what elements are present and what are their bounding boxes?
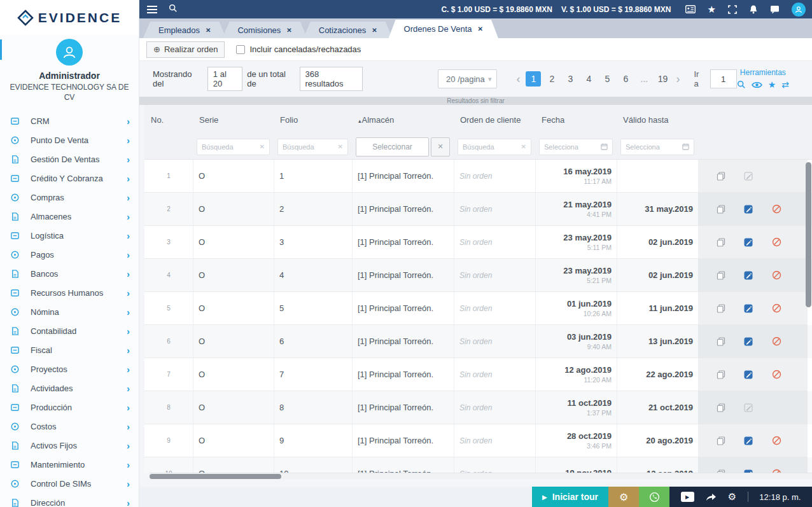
copy-order-icon[interactable]: [716, 171, 726, 181]
copy-order-icon[interactable]: [716, 403, 726, 413]
almacen-filter-clear-button[interactable]: ✕: [431, 137, 450, 156]
search-icon[interactable]: [169, 4, 178, 15]
menu-icon[interactable]: [147, 4, 157, 15]
table-row[interactable]: 5 O 5 [1] Principal Torreón. Sin orden 0…: [144, 292, 812, 325]
cancel-order-icon[interactable]: [771, 270, 782, 281]
copy-order-icon[interactable]: [716, 370, 726, 380]
favorites-star-tool-icon[interactable]: ★: [768, 80, 776, 90]
tab-close-icon[interactable]: ✕: [372, 27, 377, 34]
orden-cliente-filter-input[interactable]: Búsqueda ✕: [458, 139, 531, 155]
clear-icon[interactable]: ✕: [338, 143, 343, 150]
contacts-card-icon[interactable]: [685, 5, 696, 13]
include-cancelled-checkbox[interactable]: Incluir canceladas/rechazadas: [236, 45, 361, 54]
edit-order-icon[interactable]: [743, 270, 753, 281]
sidebar-item-actividades[interactable]: Actividades ›: [0, 379, 139, 398]
swap-columns-icon[interactable]: ⇄: [781, 80, 789, 90]
checkbox-box[interactable]: [236, 45, 245, 54]
edit-order-icon[interactable]: [743, 303, 753, 314]
bell-icon[interactable]: [749, 4, 758, 14]
page-button-6[interactable]: 6: [618, 71, 633, 87]
clear-icon[interactable]: ✕: [260, 143, 265, 150]
sidebar-item-crédito-y-cobranza[interactable]: Crédito Y Cobranza ›: [0, 169, 139, 188]
tab-close-icon[interactable]: ✕: [206, 27, 211, 34]
horizontal-scrollbar-thumb[interactable]: [150, 474, 281, 479]
tab-cotizaciones[interactable]: Cotizaciones ✕: [304, 22, 393, 38]
page-button-4[interactable]: 4: [581, 71, 596, 87]
sidebar-item-almacenes[interactable]: Almacenes ›: [0, 207, 139, 226]
edit-order-icon[interactable]: [743, 171, 753, 181]
realizar-orden-button[interactable]: ⊕ Realizar orden: [146, 41, 225, 58]
copy-order-icon[interactable]: [716, 237, 726, 247]
page-button-3[interactable]: 3: [563, 71, 578, 87]
clear-icon[interactable]: ✕: [521, 143, 526, 150]
almacen-filter-select[interactable]: Seleccionar: [356, 137, 429, 156]
col-header-no[interactable]: No.: [144, 115, 193, 125]
table-row[interactable]: 2 O 2 [1] Principal Torreón. Sin orden 2…: [144, 193, 812, 226]
sidebar-item-dirección[interactable]: Dirección ›: [0, 493, 139, 507]
sidebar-item-gestión-de-ventas[interactable]: Gestión De Ventas ›: [0, 149, 139, 169]
page-button-1[interactable]: 1: [526, 71, 541, 87]
video-tutorial-icon[interactable]: ▶: [681, 492, 694, 502]
sidebar-item-logística[interactable]: Logística ›: [0, 226, 139, 245]
col-header-folio[interactable]: Folio: [274, 115, 352, 125]
sidebar-item-recursos-humanos[interactable]: Recursos Humanos ›: [0, 283, 139, 302]
sidebar-item-proyectos[interactable]: Proyectos ›: [0, 359, 139, 379]
sidebar-item-punto-de-venta[interactable]: Punto De Venta ›: [0, 130, 139, 149]
edit-order-icon[interactable]: [743, 204, 753, 214]
sidebar-item-nómina[interactable]: Nómina ›: [0, 302, 139, 321]
tab-ordenes-de-venta[interactable]: Ordenes De Venta ✕: [389, 20, 498, 38]
per-page-select[interactable]: 20 /pagina ▾: [438, 69, 497, 88]
page-button-5[interactable]: 5: [599, 71, 615, 87]
fullscreen-icon[interactable]: [728, 5, 737, 14]
tab-empleados[interactable]: Empleados ✕: [143, 22, 226, 38]
profile-avatar[interactable]: [792, 3, 806, 17]
cancel-order-icon[interactable]: [771, 369, 782, 380]
table-row[interactable]: 1 O 1 [1] Principal Torreón. Sin orden 1…: [144, 160, 812, 193]
table-row[interactable]: 6 O 6 [1] Principal Torreón. Sin orden 0…: [144, 325, 812, 358]
cancel-order-icon[interactable]: [771, 303, 782, 314]
favorites-star-icon[interactable]: ★: [708, 4, 716, 15]
sidebar-item-fiscal[interactable]: Fiscal ›: [0, 340, 139, 359]
cancel-order-icon[interactable]: [771, 336, 782, 347]
col-header-serie[interactable]: Serie: [193, 115, 274, 125]
vertical-scrollbar[interactable]: [806, 162, 811, 307]
valido-hasta-filter-datepicker[interactable]: Selecciona: [620, 139, 694, 155]
table-row[interactable]: 3 O 3 [1] Principal Torreón. Sin orden 2…: [144, 226, 812, 259]
copy-order-icon[interactable]: [716, 270, 726, 281]
cancel-order-icon[interactable]: [771, 468, 782, 473]
system-alert-gear-icon[interactable]: ⚙: [728, 491, 736, 503]
tab-comisiones[interactable]: Comisiones ✕: [222, 22, 307, 38]
sidebar-item-costos[interactable]: Costos ›: [0, 417, 139, 436]
col-header-almacen[interactable]: ▴Almacén: [352, 115, 454, 125]
sidebar-item-activos-fijos[interactable]: Activos Fijos ›: [0, 436, 139, 455]
goto-page-input[interactable]: [710, 69, 737, 88]
page-button-2[interactable]: 2: [544, 71, 559, 87]
table-row[interactable]: 9 O 9 [1] Principal Torreón. Sin orden 2…: [144, 424, 812, 457]
sidebar-item-control-de-sims[interactable]: Control De SIMs ›: [0, 474, 139, 493]
sidebar-item-pagos[interactable]: Pagos ›: [0, 245, 139, 264]
chat-icon[interactable]: [770, 5, 780, 14]
sidebar-item-contabilidad[interactable]: Contabilidad ›: [0, 321, 139, 340]
edit-order-icon[interactable]: [743, 370, 753, 380]
serie-filter-input[interactable]: Búsqueda ✕: [197, 139, 270, 155]
folio-filter-input[interactable]: Búsqueda ✕: [277, 139, 348, 155]
cancel-order-icon[interactable]: [771, 435, 782, 446]
edit-order-icon[interactable]: [743, 237, 753, 247]
user-avatar[interactable]: [56, 39, 83, 66]
sidebar-item-crm[interactable]: CRM ›: [0, 111, 139, 130]
sidebar-item-bancos[interactable]: Bancos ›: [0, 264, 139, 283]
col-header-valido-hasta[interactable]: Válido hasta: [617, 115, 698, 125]
table-row[interactable]: 8 O 8 [1] Principal Torreón. Sin orden 1…: [144, 391, 812, 424]
sidebar-item-producción[interactable]: Producción ›: [0, 398, 139, 417]
cancel-order-icon[interactable]: [771, 237, 782, 247]
col-header-fecha[interactable]: Fecha: [535, 115, 617, 125]
sidebar-item-mantenimiento[interactable]: Mantenimiento ›: [0, 455, 139, 474]
sidebar-item-compras[interactable]: Compras ›: [0, 188, 139, 207]
next-page-icon[interactable]: ›: [676, 73, 680, 86]
fecha-filter-datepicker[interactable]: Selecciona: [539, 139, 613, 155]
zoom-search-icon[interactable]: [737, 80, 746, 89]
copy-order-icon[interactable]: [716, 337, 726, 347]
edit-order-icon[interactable]: [743, 337, 753, 347]
table-row[interactable]: 4 O 4 [1] Principal Torreón. Sin orden 2…: [144, 259, 812, 292]
page-button-19[interactable]: 19: [655, 71, 670, 87]
